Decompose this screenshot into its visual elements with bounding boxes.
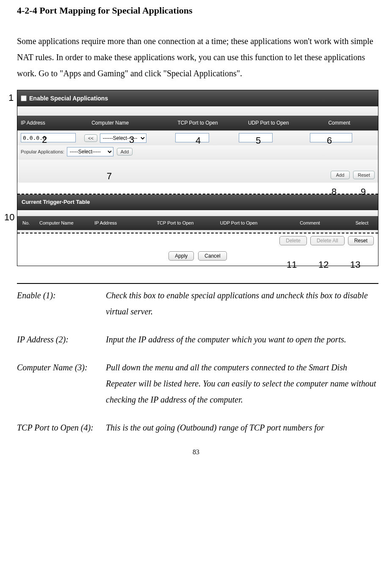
delete-all-button[interactable]: Delete All <box>310 236 345 245</box>
definitions-list: Enable (1): Check this box to enable spe… <box>17 287 378 436</box>
header-udp: UDP Port to Open <box>233 118 304 128</box>
page-number: 83 <box>14 446 378 458</box>
callout-11: 11 <box>287 260 297 269</box>
definition-term: Enable (1): <box>17 287 106 319</box>
th-tcp: TCP Port to Open <box>144 219 207 228</box>
th-ip: IP Address <box>93 219 144 228</box>
callout-5: 5 <box>256 136 261 145</box>
screenshot-container: 1 2 3 4 5 6 7 8 9 10 11 12 13 Enable Spe… <box>14 90 378 266</box>
header-ip: IP Address <box>21 118 91 128</box>
callout-2: 2 <box>42 135 47 144</box>
callout-3: 3 <box>129 135 134 144</box>
th-udp: UDP Port to Open <box>207 219 271 228</box>
computer-name-select[interactable]: ------Select------ <box>100 133 146 143</box>
enable-checkbox[interactable] <box>21 95 27 101</box>
header-tcp: TCP Port to Open <box>162 118 233 128</box>
definition-desc: Input the IP address of the computer whi… <box>106 331 378 347</box>
definition-row: Enable (1): Check this box to enable spe… <box>17 287 378 319</box>
enable-label: Enable Special Applications <box>29 93 108 104</box>
th-comment: Comment <box>271 219 349 228</box>
tcp-port-input[interactable] <box>175 133 209 142</box>
callout-13: 13 <box>350 260 360 269</box>
reset-button[interactable]: Reset <box>353 171 375 179</box>
cancel-button[interactable]: Cancel <box>198 251 226 261</box>
definition-row: TCP Port to Open (4): This is the out go… <box>17 419 378 436</box>
callout-1: 1 <box>8 93 14 103</box>
callout-6: 6 <box>327 136 332 145</box>
apply-button[interactable]: Apply <box>168 251 194 261</box>
trigger-table-header: No. Computer Name IP Address TCP Port to… <box>17 216 378 230</box>
enable-title-bar: Enable Special Applications <box>17 90 378 107</box>
callout-12: 12 <box>318 260 329 269</box>
callout-10: 10 <box>4 213 14 222</box>
table-action-bar: Delete Delete All Reset <box>17 233 378 248</box>
callout-8: 8 <box>331 187 337 197</box>
definition-term: Computer Name (3): <box>17 359 106 408</box>
definition-row: Computer Name (3): Pull down the menu an… <box>17 359 378 408</box>
popular-add-button[interactable]: Add <box>117 148 133 156</box>
intro-paragraph: Some applications require more than one … <box>17 33 378 81</box>
callout-7: 7 <box>107 172 112 181</box>
router-ui-panel: Enable Special Applications IP Address C… <box>17 90 378 266</box>
th-computer: Computer Name <box>38 219 93 228</box>
th-select: Select <box>349 219 375 228</box>
reset-table-button[interactable]: Reset <box>348 236 374 245</box>
add-button[interactable]: Add <box>331 171 350 179</box>
popular-apps-select[interactable]: -----Select----- <box>67 147 113 156</box>
definition-desc: Pull down the menu and all the computers… <box>106 359 378 408</box>
delete-button[interactable]: Delete <box>279 236 307 245</box>
trigger-table-title: Current Trigger-Port Table <box>17 194 378 210</box>
add-reset-bar: Add Reset <box>17 160 378 183</box>
definition-row: IP Address (2): Input the IP address of … <box>17 331 378 347</box>
callout-4: 4 <box>196 136 201 145</box>
popular-apps-label: Popular Applications: <box>21 147 64 156</box>
columns-header: IP Address Computer Name TCP Port to Ope… <box>17 116 378 131</box>
header-computer: Computer Name <box>91 118 162 128</box>
ip-address-input[interactable] <box>21 133 76 142</box>
trigger-table-section: Current Trigger-Port Table No. Computer … <box>17 194 378 233</box>
callout-9: 9 <box>361 187 366 197</box>
th-no: No. <box>21 219 38 228</box>
divider <box>17 283 378 284</box>
definition-term: IP Address (2): <box>17 331 106 347</box>
definition-term: TCP Port to Open (4): <box>17 419 106 436</box>
definition-desc: Check this box to enable special applica… <box>106 287 378 319</box>
section-heading: 4-2-4 Port Mapping for Special Applicati… <box>17 2 378 19</box>
assign-ip-button[interactable]: << <box>84 134 97 142</box>
header-comment: Comment <box>304 118 375 128</box>
definition-desc: This is the out going (Outbound) range o… <box>106 419 378 436</box>
popular-apps-row: Popular Applications: -----Select----- A… <box>17 145 378 160</box>
